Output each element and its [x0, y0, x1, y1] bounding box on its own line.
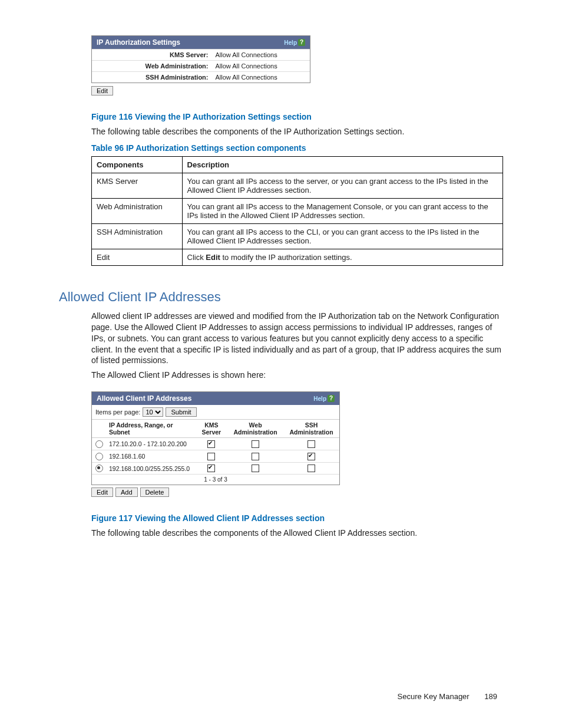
figure-117-caption: Figure 117 Viewing the Allowed Client IP…	[91, 513, 503, 523]
help-icon: ?	[328, 395, 335, 402]
table-row: Web Administration You can grant all IPs…	[92, 198, 503, 223]
col-ip: IP Address, Range, or Subnet	[106, 420, 196, 438]
kms-checkbox[interactable]	[207, 453, 215, 460]
web-checkbox[interactable]	[252, 440, 259, 448]
col-web: Web Administration	[227, 420, 283, 438]
panel-title: Allowed Client IP Addresses	[97, 394, 191, 403]
paragraph: The Allowed Client IP Addresses is shown…	[91, 370, 503, 381]
edit-button[interactable]: Edit	[91, 86, 113, 95]
web-checkbox[interactable]	[252, 453, 259, 460]
kms-checkbox[interactable]	[207, 465, 215, 472]
footer-title: Secure Key Manager	[398, 692, 470, 701]
ssh-checkbox[interactable]	[308, 465, 315, 472]
pager: 1 - 3 of 3	[92, 475, 339, 485]
ip-table: IP Address, Range, or Subnet KMS Server …	[92, 420, 339, 475]
table-row: 192.168.100.0/255.255.255.0	[92, 462, 339, 475]
row-radio[interactable]	[95, 453, 103, 460]
page-number: 189	[484, 692, 497, 701]
help-link[interactable]: Help ?	[284, 39, 305, 46]
table-96-caption: Table 96 IP Authorization Settings secti…	[91, 143, 503, 153]
row-label: Web Administration:	[92, 61, 212, 72]
paragraph: Allowed client IP addresses are viewed a…	[91, 311, 503, 366]
kms-checkbox[interactable]	[207, 440, 215, 448]
section-heading: Allowed Client IP Addresses	[59, 289, 503, 305]
allowed-client-ip-panel: Allowed Client IP Addresses Help ? Items…	[91, 391, 340, 485]
row-radio[interactable]	[95, 465, 103, 472]
panel-header: Allowed Client IP Addresses Help ?	[92, 392, 339, 405]
row-value: Allow All Connections	[212, 50, 310, 61]
help-icon: ?	[298, 39, 305, 46]
ssh-checkbox[interactable]	[308, 440, 315, 448]
panel-header: IP Authorization Settings Help ?	[92, 36, 310, 49]
table-row: Edit Click Edit to modify the IP authori…	[92, 249, 503, 265]
ip-auth-settings-panel: IP Authorization Settings Help ? KMS Ser…	[91, 35, 310, 83]
col-header-components: Components	[92, 156, 183, 173]
help-text: Help	[284, 39, 297, 46]
page-footer: Secure Key Manager 189	[59, 692, 503, 701]
paragraph: The following table describes the compon…	[91, 528, 503, 539]
col-kms: KMS Server	[196, 420, 227, 438]
ssh-checkbox[interactable]	[308, 453, 315, 460]
components-table: Components Description KMS Server You ca…	[91, 156, 503, 266]
help-link[interactable]: Help ?	[313, 395, 335, 402]
row-radio[interactable]	[95, 440, 103, 448]
row-value: Allow All Connections	[212, 72, 310, 83]
delete-button[interactable]: Delete	[140, 487, 170, 497]
figure-116-caption: Figure 116 Viewing the IP Authorization …	[91, 112, 503, 121]
items-per-page-label: Items per page:	[95, 409, 140, 416]
row-value: Allow All Connections	[212, 61, 310, 72]
add-button[interactable]: Add	[115, 487, 138, 497]
table-row: 172.10.20.0 - 172.10.20.200	[92, 438, 339, 450]
table-row: KMS Server You can grant all IPs access …	[92, 173, 503, 198]
table-row: SSH Administration You can grant all IPs…	[92, 223, 503, 249]
web-checkbox[interactable]	[252, 465, 259, 472]
col-header-description: Description	[182, 156, 503, 173]
submit-button[interactable]: Submit	[166, 407, 196, 417]
panel-title: IP Authorization Settings	[97, 38, 180, 47]
settings-table: KMS Server:Allow All Connections Web Adm…	[92, 49, 310, 83]
help-text: Help	[313, 396, 326, 402]
row-label: SSH Administration:	[92, 72, 212, 83]
items-per-page-row: Items per page: 10 Submit	[92, 405, 339, 420]
table-row: 192.168.1.60	[92, 450, 339, 462]
row-label: KMS Server:	[92, 50, 212, 61]
col-ssh: SSH Administration	[283, 420, 339, 438]
edit-button[interactable]: Edit	[91, 487, 113, 497]
items-per-page-select[interactable]: 10	[143, 407, 163, 417]
paragraph: The following table describes the compon…	[91, 126, 503, 137]
